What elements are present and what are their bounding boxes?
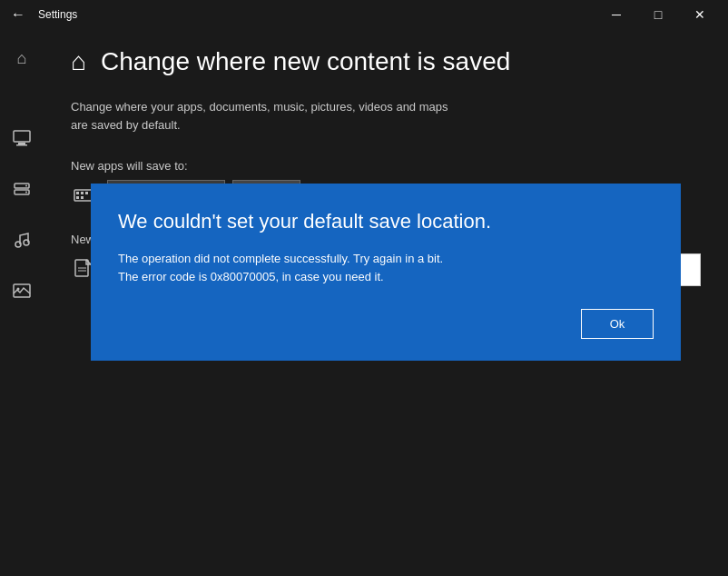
svg-rect-0 xyxy=(14,131,30,142)
sidebar: ⌂ xyxy=(0,29,44,576)
sidebar-icon-pictures[interactable] xyxy=(0,269,44,313)
main-content: ⌂ xyxy=(0,29,728,576)
svg-rect-1 xyxy=(18,143,25,144)
svg-point-10 xyxy=(17,288,20,291)
dialog-title: We couldn't set your default save locati… xyxy=(118,209,654,235)
dialog-body: The operation did not complete successfu… xyxy=(118,250,654,288)
minimize-button[interactable]: ─ xyxy=(595,0,637,29)
back-button[interactable]: ← xyxy=(7,6,29,23)
svg-point-6 xyxy=(25,192,27,194)
title-bar-controls: ─ □ ✕ xyxy=(595,0,721,29)
svg-rect-2 xyxy=(16,144,27,146)
title-bar: ← Settings ─ □ ✕ xyxy=(0,0,728,29)
close-button[interactable]: ✕ xyxy=(679,0,721,29)
dialog-overlay: We couldn't set your default save locati… xyxy=(44,29,728,576)
svg-point-5 xyxy=(25,185,27,187)
sidebar-icon-storage[interactable] xyxy=(0,167,44,211)
maximize-button[interactable]: □ xyxy=(637,0,679,29)
error-dialog: We couldn't set your default save locati… xyxy=(91,184,681,361)
app-title: Settings xyxy=(38,8,77,21)
title-bar-left: ← Settings xyxy=(7,6,77,23)
sidebar-icon-system[interactable] xyxy=(0,116,44,160)
dialog-body-line2: The error code is 0x80070005, in case yo… xyxy=(118,270,384,283)
dialog-footer: Ok xyxy=(118,309,654,339)
page-content: ⌂ Change where new content is saved Chan… xyxy=(44,29,728,576)
sidebar-icon-music[interactable] xyxy=(0,218,44,262)
sidebar-icon-home[interactable]: ⌂ xyxy=(0,36,44,80)
ok-button[interactable]: Ok xyxy=(581,309,654,339)
dialog-body-line1: The operation did not complete successfu… xyxy=(118,252,443,265)
